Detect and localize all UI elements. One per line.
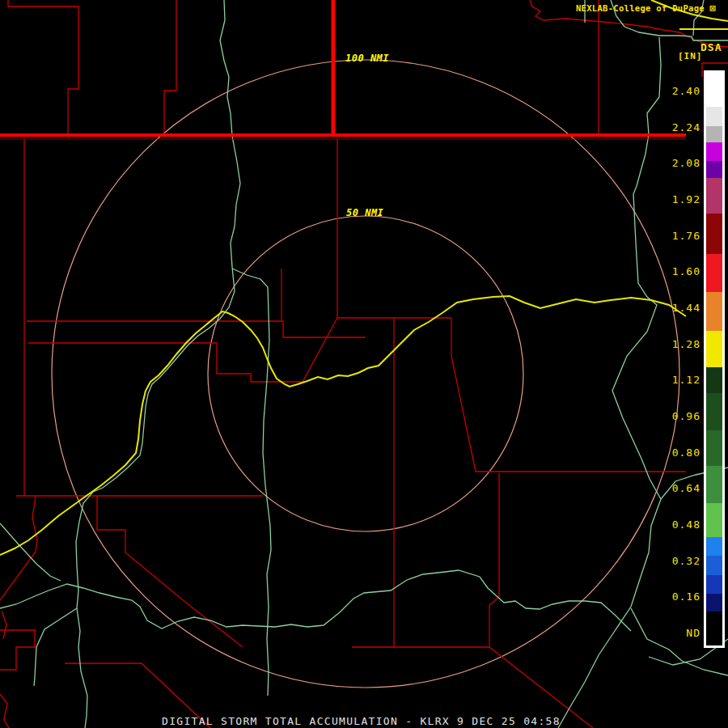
colorbar-value-label: 2.08 xyxy=(672,157,700,170)
colorbar-segment xyxy=(706,430,722,466)
product-code-label: DSA xyxy=(700,41,722,53)
colorbar-segment xyxy=(706,107,722,126)
colorbar-segment xyxy=(706,466,722,503)
colorbar-segment xyxy=(706,393,722,430)
brand-logo-icon: ⊠ xyxy=(710,2,717,14)
colorbar-value-label: 1.76 xyxy=(672,230,700,243)
colorbar-value-label: 0.16 xyxy=(672,590,700,603)
colorbar-segment xyxy=(706,142,722,161)
colorbar-value-label: 0.80 xyxy=(672,447,700,459)
colorbar-segment xyxy=(706,126,722,142)
radar-display: NEXLAB-College of DuPage ⊠ DSA [IN] 100 … xyxy=(0,0,728,728)
colorbar-segment xyxy=(706,178,722,214)
colorbar-value-label: ND xyxy=(686,627,700,640)
colorbar-segment xyxy=(706,575,722,594)
colorbar-segment xyxy=(706,503,722,537)
range-ring-50nmi xyxy=(208,216,523,531)
colorbar-value-label: 1.92 xyxy=(672,193,700,206)
range-ring-label-50nmi: 50 NMI xyxy=(346,207,383,218)
colorbar-value-label: 1.60 xyxy=(672,265,700,278)
product-units-label: [IN] xyxy=(678,51,703,61)
colorbar-value-label: 1.28 xyxy=(672,338,700,351)
colorbar-value-label: 1.12 xyxy=(672,374,700,387)
colorbar-segment xyxy=(706,367,722,393)
colorbar xyxy=(704,70,725,648)
brand-text: NEXLAB-College of DuPage xyxy=(576,3,705,13)
colorbar-segment xyxy=(706,556,722,575)
colorbar-value-label: 0.96 xyxy=(672,410,700,423)
colorbar-value-label: 2.40 xyxy=(672,85,700,98)
state-borders xyxy=(0,0,686,139)
colorbar-segment xyxy=(706,537,722,556)
status-bar-title: DIGITAL STORM TOTAL ACCUMULATION - KLRX … xyxy=(162,715,561,727)
range-ring-label-100nmi: 100 NMI xyxy=(345,53,389,64)
colorbar-segment xyxy=(706,161,722,178)
colorbar-value-label: 0.48 xyxy=(672,518,700,531)
colorbar-segment xyxy=(706,292,722,331)
rivers xyxy=(0,0,728,728)
colorbar-value-label: 0.32 xyxy=(672,555,700,568)
colorbar-segment xyxy=(706,594,722,612)
colorbar-segment xyxy=(706,612,722,645)
colorbar-value-label: 2.24 xyxy=(672,121,700,134)
colorbar-segment xyxy=(706,214,722,254)
radar-map-canvas xyxy=(0,0,728,728)
colorbar-segment xyxy=(706,254,722,292)
colorbar-segment xyxy=(706,73,722,107)
colorbar-segment xyxy=(706,331,722,367)
colorbar-value-label: 0.64 xyxy=(672,482,700,495)
brand-banner: NEXLAB-College of DuPage ⊠ xyxy=(576,2,716,14)
range-ring-100nmi xyxy=(52,60,679,688)
colorbar-value-label: 1.44 xyxy=(672,302,700,315)
